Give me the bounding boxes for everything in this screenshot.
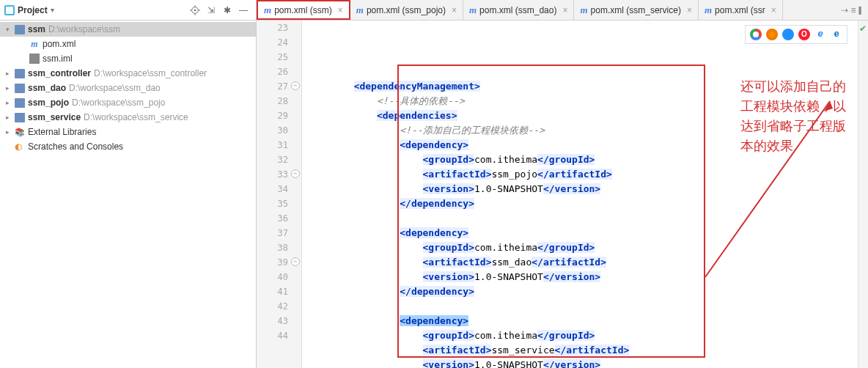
- project-icon: [4, 5, 15, 15]
- library-icon: [15, 127, 25, 137]
- tree-label: ssm_service: [28, 112, 81, 122]
- chevron-down-icon[interactable]: ▾: [51, 6, 54, 14]
- tree-row[interactable]: ▸Scratches and Consoles: [0, 139, 256, 154]
- tree-row[interactable]: ▸mpom.xml: [0, 37, 256, 51]
- browser-icons-panel: O e e: [745, 25, 847, 44]
- editor-tab[interactable]: mpom.xml (ssm)×: [257, 0, 350, 20]
- tree-arrow-icon[interactable]: ▸: [3, 84, 12, 92]
- maven-file-icon: m: [29, 39, 40, 49]
- code-line[interactable]: <artifactId>ssm_pojo</artifactId>: [308, 167, 858, 182]
- scratches-icon: [15, 141, 25, 152]
- tab-close-icon[interactable]: ×: [771, 5, 776, 15]
- code-line[interactable]: <version>1.0-SNAPSHOT</version>: [308, 182, 858, 196]
- tab-label: pom.xml (ssm): [274, 5, 332, 15]
- tabs-overflow[interactable]: ⇢ ≡ ▌: [836, 0, 868, 20]
- tree-row[interactable]: ▸ssm_controllerD:\workspace\ssm_controll…: [0, 66, 256, 81]
- code-line[interactable]: <artifactId>ssm_dao</artifactId>: [308, 255, 858, 270]
- tree-row[interactable]: ▸ssm_serviceD:\workspace\ssm_service: [0, 110, 256, 125]
- tree-path: D:\workspace\ssm_pojo: [72, 97, 165, 108]
- tree-arrow-icon[interactable]: ▾: [3, 26, 12, 33]
- tab-label: pom.xml (ssm_dao): [479, 5, 556, 15]
- code-line[interactable]: <groupId>com.itheima</groupId>: [308, 328, 858, 343]
- tree-path: D:\workspace\ssm_dao: [69, 83, 161, 93]
- tab-close-icon[interactable]: ×: [452, 5, 457, 15]
- safari-icon[interactable]: [782, 29, 794, 40]
- code-line[interactable]: [308, 211, 858, 226]
- editor-tab[interactable]: mpom.xml (ssm_pojo)×: [350, 0, 463, 20]
- tree-arrow-icon[interactable]: ▸: [3, 70, 12, 77]
- iml-file-icon: [29, 54, 40, 64]
- code-line[interactable]: [308, 299, 858, 314]
- editor-tab[interactable]: mpom.xml (ssm_dao)×: [463, 0, 575, 20]
- tree-path: D:\workspace\ssm_service: [84, 112, 188, 122]
- tab-label: pom.xml (ssm_service): [591, 5, 681, 15]
- maven-file-icon: m: [580, 4, 587, 16]
- tree-label: pom.xml: [43, 39, 76, 49]
- code-line[interactable]: </dependency>: [308, 196, 858, 211]
- error-stripe: ✔: [858, 21, 868, 368]
- editor-tab[interactable]: mpom.xml (ssr×: [699, 0, 783, 20]
- code-line[interactable]: <artifactId>ssm_service</artifactId>: [308, 343, 858, 358]
- tree-arrow-icon[interactable]: ▸: [3, 114, 12, 121]
- tab-close-icon[interactable]: ×: [338, 5, 343, 15]
- tree-label: ssm.iml: [43, 54, 73, 64]
- tree-row[interactable]: ▸ssm_daoD:\workspace\ssm_dao: [0, 81, 256, 95]
- tree-label: ssm_controller: [28, 68, 91, 78]
- opera-icon[interactable]: O: [798, 29, 810, 40]
- tree-row[interactable]: ▸ssm.iml: [0, 51, 256, 66]
- maven-file-icon: m: [469, 4, 477, 16]
- code-line[interactable]: <groupId>com.itheima</groupId>: [308, 240, 858, 255]
- tree-label: Scratches and Consoles: [28, 141, 123, 152]
- code-line[interactable]: <dependency>: [308, 314, 858, 328]
- tree-label: ssm: [28, 24, 45, 34]
- module-icon: [15, 83, 25, 93]
- tree-arrow-icon[interactable]: ▸: [3, 99, 12, 106]
- fold-icon[interactable]: −: [291, 169, 300, 178]
- ie-icon[interactable]: e: [814, 29, 826, 40]
- sidebar-title[interactable]: Project: [18, 5, 48, 15]
- editor-area: mpom.xml (ssm)×mpom.xml (ssm_pojo)×mpom.…: [257, 0, 868, 368]
- annotation-text: 还可以添加自己的 工程模块依赖，以 达到省略子工程版 本的效果: [740, 77, 846, 156]
- module-icon: [15, 112, 25, 122]
- tree-arrow-icon[interactable]: ▸: [3, 128, 12, 136]
- inspection-ok-icon: ✔: [859, 23, 867, 34]
- tree-row[interactable]: ▸ssm_pojoD:\workspace\ssm_pojo: [0, 95, 256, 110]
- maven-file-icon: m: [705, 4, 712, 16]
- tree-path: D:\workspace\ssm_controller: [94, 68, 207, 78]
- module-icon: [15, 24, 25, 34]
- code-line[interactable]: </dependency>: [308, 284, 858, 299]
- tab-close-icon[interactable]: ×: [687, 5, 692, 15]
- editor-tabs: mpom.xml (ssm)×mpom.xml (ssm_pojo)×mpom.…: [257, 0, 868, 21]
- project-tree[interactable]: ▾ssmD:\workspace\ssm▸mpom.xml▸ssm.iml▸ss…: [0, 21, 256, 368]
- tree-row[interactable]: ▾ssmD:\workspace\ssm: [0, 22, 256, 37]
- fold-icon[interactable]: −: [291, 257, 300, 266]
- locate-icon[interactable]: [188, 4, 202, 17]
- module-icon: [15, 97, 25, 108]
- project-sidebar: Project ▾ ⇲ ✱ — ▾ssmD:\workspace\ssm▸mpo…: [0, 0, 257, 368]
- tab-label: pom.xml (ssm_pojo): [367, 5, 446, 15]
- expand-all-icon[interactable]: ⇲: [205, 4, 218, 17]
- svg-point-1: [194, 9, 196, 11]
- tree-label: ssm_pojo: [28, 97, 69, 108]
- code-line[interactable]: <version>1.0-SNAPSHOT</version>: [308, 358, 858, 368]
- tree-row[interactable]: ▸External Libraries: [0, 125, 256, 139]
- maven-file-icon: m: [264, 4, 271, 16]
- code-line[interactable]: <dependency>: [308, 226, 858, 240]
- hide-icon[interactable]: —: [237, 4, 250, 17]
- line-gutter: 2324252627−282930313233−343536373839−404…: [257, 21, 302, 368]
- fold-icon[interactable]: −: [291, 81, 300, 90]
- code-content[interactable]: <dependencyManagement> <!--具体的依赖--> <dep…: [302, 21, 858, 368]
- edge-icon[interactable]: e: [831, 29, 842, 40]
- sidebar-header: Project ▾ ⇲ ✱ —: [0, 0, 256, 21]
- gear-icon[interactable]: ✱: [221, 4, 234, 17]
- tab-close-icon[interactable]: ×: [562, 5, 567, 15]
- editor-body[interactable]: 2324252627−282930313233−343536373839−404…: [257, 21, 868, 368]
- module-icon: [15, 68, 25, 78]
- code-line[interactable]: <version>1.0-SNAPSHOT</version>: [308, 270, 858, 284]
- tree-label: External Libraries: [28, 127, 96, 137]
- chrome-icon[interactable]: [750, 29, 762, 40]
- tree-label: ssm_dao: [28, 83, 66, 93]
- firefox-icon[interactable]: [766, 29, 778, 40]
- editor-tab[interactable]: mpom.xml (ssm_service)×: [574, 0, 699, 20]
- maven-file-icon: m: [356, 4, 364, 16]
